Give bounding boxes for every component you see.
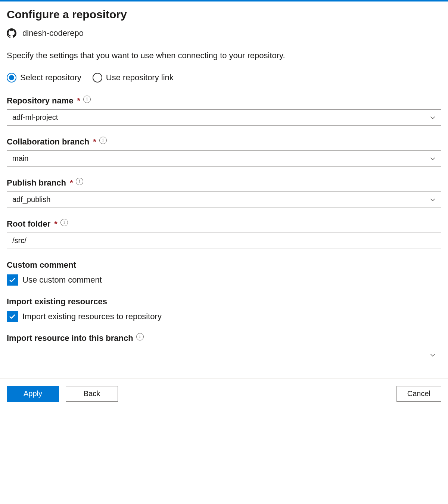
repository-name-dropdown[interactable]: adf-ml-project	[7, 109, 441, 126]
repository-name-value: adf-ml-project	[12, 113, 58, 122]
radio-circle-icon	[93, 73, 102, 83]
import-branch-label: Import resource into this branch	[7, 333, 133, 343]
repository-name-label: Repository name	[7, 96, 74, 106]
required-asterisk: *	[77, 96, 81, 106]
import-existing-checkbox-label: Import existing resources to repository	[22, 312, 162, 321]
radio-circle-icon	[7, 73, 16, 83]
root-folder-label: Root folder	[7, 219, 50, 229]
publish-branch-value: adf_publish	[12, 195, 50, 204]
custom-comment-checkbox-label: Use custom comment	[22, 275, 102, 285]
footer: Apply Back Cancel	[0, 378, 448, 413]
required-asterisk: *	[70, 178, 73, 188]
collaboration-branch-value: main	[12, 154, 28, 163]
github-icon	[7, 28, 16, 38]
custom-comment-section-label: Custom comment	[7, 260, 441, 270]
chevron-down-icon	[430, 197, 436, 203]
page-title: Configure a repository	[7, 8, 441, 21]
import-branch-dropdown[interactable]	[7, 347, 441, 363]
info-icon[interactable]: i	[136, 333, 144, 340]
check-icon	[9, 276, 16, 284]
root-folder-input[interactable]	[12, 236, 436, 245]
radio-label: Use repository link	[106, 73, 174, 83]
required-asterisk: *	[93, 137, 96, 147]
collaboration-branch-dropdown[interactable]: main	[7, 150, 441, 167]
root-folder-input-wrapper	[7, 233, 441, 249]
import-existing-section-label: Import existing resources	[7, 297, 441, 307]
account-name: dinesh-coderepo	[22, 28, 84, 38]
chevron-down-icon	[430, 352, 436, 358]
custom-comment-checkbox[interactable]	[7, 274, 18, 286]
account-row: dinesh-coderepo	[7, 28, 441, 38]
radio-label: Select repository	[20, 73, 81, 83]
back-button[interactable]: Back	[66, 386, 118, 402]
info-icon[interactable]: i	[83, 96, 91, 103]
required-asterisk: *	[54, 219, 57, 229]
chevron-down-icon	[430, 115, 436, 121]
radio-use-repository-link[interactable]: Use repository link	[93, 73, 174, 83]
info-icon[interactable]: i	[76, 178, 83, 185]
info-icon[interactable]: i	[60, 219, 68, 226]
info-icon[interactable]: i	[99, 137, 107, 144]
publish-branch-dropdown[interactable]: adf_publish	[7, 192, 441, 208]
description-text: Specify the settings that you want to us…	[7, 50, 441, 62]
apply-button[interactable]: Apply	[7, 386, 59, 402]
publish-branch-label: Publish branch	[7, 178, 66, 188]
import-existing-checkbox[interactable]	[7, 311, 18, 322]
cancel-button[interactable]: Cancel	[396, 386, 441, 402]
collaboration-branch-label: Collaboration branch	[7, 137, 89, 147]
radio-select-repository[interactable]: Select repository	[7, 73, 81, 83]
repository-mode-radio-group: Select repository Use repository link	[7, 73, 441, 83]
chevron-down-icon	[430, 156, 436, 162]
check-icon	[9, 313, 16, 320]
